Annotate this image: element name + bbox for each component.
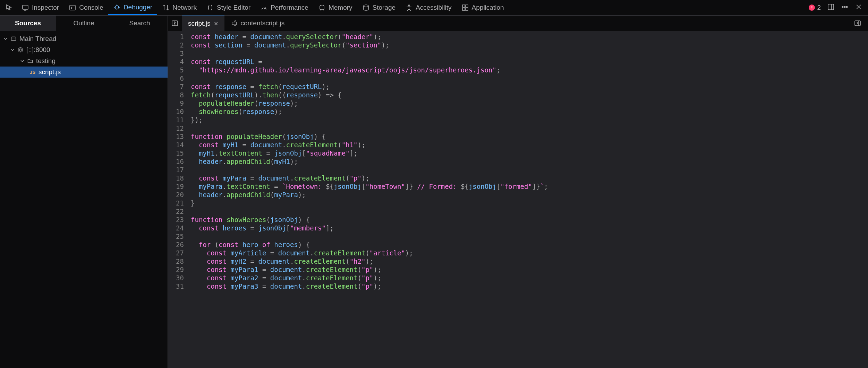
error-count-value: 2 [817, 4, 821, 11]
svg-rect-6 [462, 5, 465, 7]
sidebar-tabs: Sources Outline Search [0, 16, 168, 31]
sidebar-tab-sources[interactable]: Sources [0, 16, 56, 31]
dock-icon [827, 3, 835, 11]
tab-application[interactable]: Application [457, 0, 509, 15]
svg-point-5 [408, 5, 410, 6]
close-devtools-button[interactable] [855, 3, 862, 12]
file-tab-contentscriptjs-label: contentscript.js [240, 19, 284, 27]
tree-main-thread[interactable]: Main Thread [0, 33, 168, 44]
svg-point-4 [364, 5, 368, 7]
tab-style-editor-label: Style Editor [217, 4, 250, 11]
svg-point-13 [846, 6, 848, 8]
error-dot-icon: ! [809, 5, 815, 11]
more-button[interactable] [841, 3, 849, 12]
tab-inspector[interactable]: Inspector [17, 0, 64, 15]
file-tab-strip: script.js ✕ contentscript.js [168, 16, 868, 31]
svg-rect-16 [11, 37, 16, 41]
debugger-icon [113, 3, 121, 11]
sidebar-tab-search-label: Search [129, 19, 150, 27]
tab-memory-label: Memory [329, 4, 352, 11]
file-tab-contentscriptjs[interactable]: contentscript.js [224, 16, 291, 31]
code-content[interactable]: const header = document.querySelector("h… [187, 31, 868, 368]
svg-point-2 [115, 6, 119, 9]
folder-icon [27, 58, 33, 64]
performance-icon [260, 4, 268, 11]
tab-storage-label: Storage [373, 4, 396, 11]
svg-rect-9 [466, 8, 468, 10]
toggle-right-pane-button[interactable] [851, 20, 865, 27]
tree-host[interactable]: [::]:8000 [0, 44, 168, 55]
debugger-main: Main Thread [::]:8000 testing JS script.… [0, 31, 868, 368]
svg-point-11 [842, 6, 843, 8]
svg-rect-0 [23, 5, 28, 9]
tab-network[interactable]: Network [157, 0, 202, 15]
tree-file-scriptjs-label: script.js [39, 68, 61, 76]
network-icon [162, 4, 170, 11]
toolbar-left: Inspector Console Debugger Network Style… [2, 0, 809, 15]
svg-rect-10 [828, 4, 834, 10]
pick-element-icon [6, 4, 13, 11]
tab-console[interactable]: Console [64, 0, 108, 15]
tab-debugger-label: Debugger [124, 3, 152, 11]
sidebar-tab-outline-label: Outline [73, 19, 94, 27]
chevron-down-icon [10, 48, 15, 52]
tab-debugger[interactable]: Debugger [108, 0, 157, 15]
window-icon [10, 36, 17, 42]
chevron-down-icon [20, 59, 24, 63]
tree-file-scriptjs[interactable]: JS script.js [0, 67, 168, 78]
tree-folder[interactable]: testing [0, 55, 168, 67]
error-count-badge[interactable]: ! 2 [809, 4, 821, 11]
accessibility-icon [405, 4, 413, 11]
debugger-subbar: Sources Outline Search script.js ✕ conte… [0, 16, 868, 31]
toggle-left-pane-button[interactable] [168, 16, 182, 31]
svg-point-12 [844, 6, 845, 8]
toolbar-right: ! 2 [809, 3, 866, 12]
memory-icon [318, 4, 326, 11]
svg-rect-1 [70, 5, 75, 10]
extension-icon [231, 20, 237, 26]
close-file-tab-icon[interactable]: ✕ [214, 20, 218, 27]
sidebar-tab-sources-label: Sources [15, 19, 41, 27]
pane-right-icon [854, 20, 861, 27]
line-number-gutter[interactable]: 1234567891011121314151617181920212223242… [168, 31, 187, 368]
chevron-down-icon [3, 37, 8, 41]
tab-accessibility[interactable]: Accessibility [400, 0, 456, 15]
devtools-toolbar: Inspector Console Debugger Network Style… [0, 0, 868, 16]
js-badge: JS [30, 70, 36, 75]
tree-folder-label: testing [36, 57, 56, 65]
inspector-icon [22, 4, 29, 11]
pick-element-button[interactable] [2, 0, 17, 15]
file-tab-scriptjs-label: script.js [188, 20, 210, 27]
tab-console-label: Console [79, 4, 103, 11]
more-icon [841, 3, 849, 11]
application-icon [461, 4, 469, 11]
sources-tree: Main Thread [::]:8000 testing JS script.… [0, 31, 168, 368]
tree-host-label: [::]:8000 [26, 46, 50, 54]
tab-accessibility-label: Accessibility [416, 4, 451, 11]
sidebar-tab-search[interactable]: Search [112, 16, 168, 31]
close-icon [855, 3, 862, 11]
sidebar-tab-outline[interactable]: Outline [56, 16, 112, 31]
source-editor[interactable]: 1234567891011121314151617181920212223242… [168, 31, 868, 368]
svg-rect-8 [462, 8, 465, 10]
console-icon [69, 4, 76, 11]
tab-performance[interactable]: Performance [255, 0, 313, 15]
tab-application-label: Application [472, 4, 504, 11]
tree-main-thread-label: Main Thread [19, 35, 56, 43]
file-tabs: script.js ✕ contentscript.js [182, 16, 291, 31]
tab-network-label: Network [172, 4, 197, 11]
tab-memory[interactable]: Memory [313, 0, 357, 15]
svg-rect-7 [466, 5, 468, 7]
file-tab-scriptjs[interactable]: script.js ✕ [182, 16, 224, 31]
tab-performance-label: Performance [271, 4, 308, 11]
tab-inspector-label: Inspector [32, 4, 59, 11]
tab-storage[interactable]: Storage [357, 0, 401, 15]
svg-rect-3 [320, 6, 324, 9]
globe-icon [17, 47, 24, 53]
dock-button[interactable] [827, 3, 835, 12]
tab-style-editor[interactable]: Style Editor [202, 0, 255, 15]
style-editor-icon [206, 4, 214, 11]
storage-icon [362, 4, 370, 11]
pane-left-icon [171, 20, 178, 27]
